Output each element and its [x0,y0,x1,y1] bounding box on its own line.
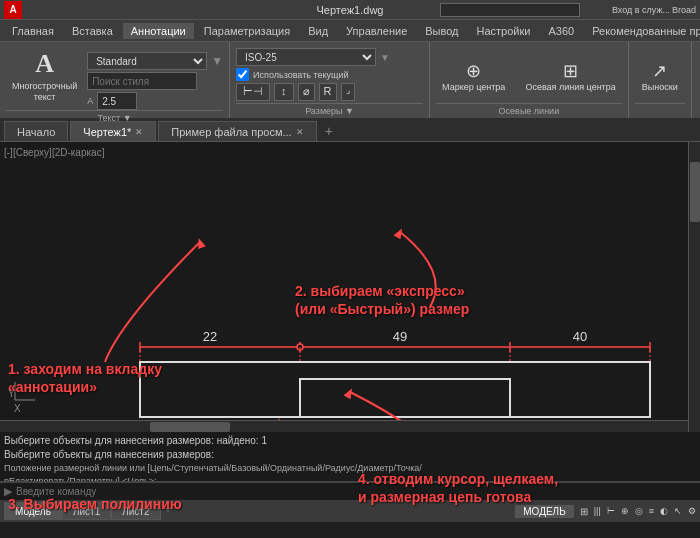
cmd-line-4: рЕдактировать/Параметры] <Цепь>: [4,475,696,482]
axial-line-button[interactable]: ⊞ Осевая линия центра [519,48,621,103]
status-bar: Модель Лист1 Лист2 + МОДЕЛЬ ⊞ ||| ⊢ ⊕ ◎ … [0,500,700,522]
model-label: МОДЕЛЬ [515,505,573,518]
dim-btn5[interactable]: ⌟ [341,83,355,101]
lineweight-icon[interactable]: ≡ [649,506,654,516]
layout-tabs: Модель Лист1 Лист2 + [4,502,172,520]
search-row [87,72,223,90]
marker-center-button[interactable]: ⊕ Маркер центра [436,48,511,103]
snap-icon[interactable]: ||| [594,506,601,516]
transparency-icon[interactable]: ◐ [660,506,668,516]
menu-output[interactable]: Вывод [417,23,466,39]
dim-49: 49 [393,329,407,344]
dim-btn3[interactable]: ⌀ [298,83,315,101]
tab-start[interactable]: Начало [4,121,68,141]
menu-annotations[interactable]: Аннотации [123,23,194,39]
drawing-area: Y X [-][Сверху][2D-каркас] 22 49 40 [0,142,700,432]
osnap-icon[interactable]: ◎ [635,506,643,516]
leaders-icon: ↗ [652,60,667,82]
command-input-row: ▶ [0,482,700,500]
menu-bar: Главная Вставка Аннотации Параметризация… [0,20,700,42]
menu-manage[interactable]: Управление [338,23,415,39]
new-tab-button[interactable]: + [319,121,339,141]
command-output: Выберите объекты для нанесения размеров:… [0,432,700,482]
use-current-label: Использовать текущий [253,70,348,80]
window-title: Чертеж1.dwg [317,4,384,16]
text-size-input[interactable] [97,92,137,110]
multiline-text-label: Многострочный текст [12,81,77,103]
title-bar: A Чертеж1.dwg Вход в служ... Broad [0,0,700,20]
tab-drawing1-label: Чертеж1* [83,126,131,138]
x-axis-label: X [14,403,21,414]
text-icon: A [35,49,54,79]
dim-btn2[interactable]: ↕ [274,83,294,101]
use-current-checkbox[interactable] [236,68,249,81]
leaders-group: ↗ Выноски [629,42,692,118]
dim-use-current-row: Использовать текущий [236,68,423,81]
command-input[interactable] [16,486,696,497]
cmd-line-1: Выберите объекты для нанесения размеров:… [4,434,696,448]
right-controls: Вход в служ... Broad [612,5,700,15]
style-dropdown-arrow[interactable]: ▼ [211,54,223,68]
dim-style-row: ISO-25 ▼ [236,48,423,66]
dim-btn4[interactable]: R [319,83,337,101]
sheet1-tab[interactable]: Лист1 [62,502,111,520]
tab-example-close[interactable]: ✕ [296,127,304,137]
grid-icon[interactable]: ⊞ [580,506,588,517]
menu-param[interactable]: Параметризация [196,23,298,39]
tab-example[interactable]: Пример файла просм... ✕ [158,121,316,141]
ribbon: A Многострочный текст Standard ▼ A [0,42,700,118]
axial-group-label[interactable]: Осевые линии [436,103,622,116]
menu-a360[interactable]: А360 [540,23,582,39]
cmd-line-3: Положение размерной линии или [Цепь/Ступ… [4,462,696,475]
dimension-group: ISO-25 ▼ Использовать текущий ⊢⊣ ↕ ⌀ R ⌟… [230,42,430,118]
size-row: A [87,92,223,110]
dim-40: 40 [573,329,587,344]
tab-drawing1-close[interactable]: ✕ [135,127,143,137]
tab-drawing1[interactable]: Чертеж1* ✕ [70,121,156,141]
text-controls: Standard ▼ A [87,52,223,110]
size-label: A [87,96,93,106]
marker-label: Маркер центра [442,82,505,92]
style-row: Standard ▼ [87,52,223,70]
axial-group: ⊕ Маркер центра ⊞ Осевая линия центра Ос… [430,42,629,118]
model-tab[interactable]: Модель [4,502,62,520]
menu-settings[interactable]: Настройки [469,23,539,39]
drawing-svg: Y X [-][Сверху][2D-каркас] 22 49 40 [0,142,700,432]
select-icon[interactable]: ↖ [674,506,682,516]
sheet2-tab[interactable]: Лист2 [111,502,160,520]
cmd-arrow-icon: ▶ [4,485,12,498]
dim-style-dropdown[interactable]: ISO-25 [236,48,376,66]
status-right: МОДЕЛЬ ⊞ ||| ⊢ ⊕ ◎ ≡ ◐ ↖ ⚙ [515,505,696,518]
leaders-label: Выноски [642,82,678,92]
cmd-line-2: Выберите объекты для нанесения размеров: [4,448,696,462]
style-dropdown[interactable]: Standard [87,52,207,70]
axial-icon: ⊞ [563,60,578,82]
marker-icon: ⊕ [466,60,481,82]
dim-dropdown-arrow[interactable]: ▼ [380,52,390,63]
multiline-text-button[interactable]: A Многострочный текст [6,48,83,103]
horizontal-scrollbar[interactable] [0,420,688,432]
ortho-icon[interactable]: ⊢ [607,506,615,516]
menu-recommended[interactable]: Рекомендованные приложения [584,23,700,39]
add-layout-btn[interactable]: + [165,502,172,520]
dim-btn1[interactable]: ⊢⊣ [236,83,270,101]
tab-example-label: Пример файла просм... [171,126,291,138]
app-logo: A [4,1,22,19]
search-box[interactable] [440,3,580,17]
text-group: A Многострочный текст Standard ▼ A [0,42,230,118]
tab-strip: Начало Чертеж1* ✕ Пример файла просм... … [0,118,700,142]
style-search-input[interactable] [87,72,197,90]
vertical-scrollbar[interactable] [688,142,700,432]
menu-home[interactable]: Главная [4,23,62,39]
broad-label: Broad [672,5,696,15]
menu-view[interactable]: Вид [300,23,336,39]
dimension-group-label[interactable]: Размеры ▼ [236,103,423,116]
menu-insert[interactable]: Вставка [64,23,121,39]
polar-icon[interactable]: ⊕ [621,506,629,516]
leaders-button[interactable]: ↗ Выноски [635,48,685,103]
login-text[interactable]: Вход в служ... [612,5,670,15]
axial-label: Осевая линия центра [525,82,615,92]
leaders-group-label [635,103,685,116]
settings-icon[interactable]: ⚙ [688,506,696,516]
tab-start-label: Начало [17,126,55,138]
